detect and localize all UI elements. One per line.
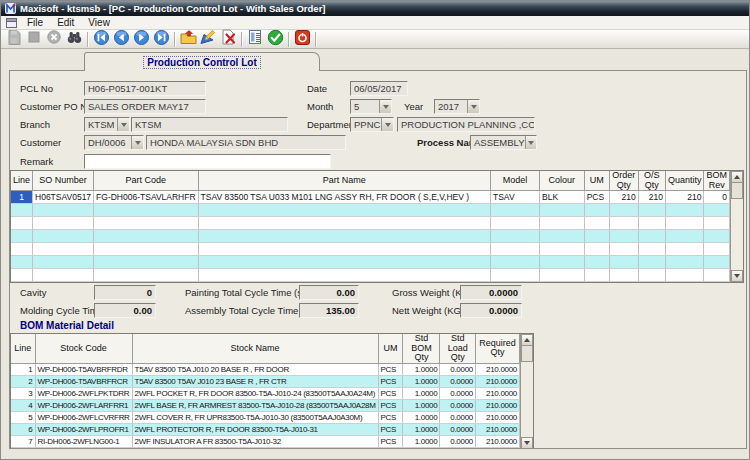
customer-name-field[interactable]: HONDA MALAYSIA SDN BHD bbox=[146, 135, 346, 150]
column-header[interactable]: Required Qty bbox=[475, 334, 519, 363]
next-record-button[interactable] bbox=[131, 30, 151, 48]
branch-name-field[interactable]: KTSM bbox=[131, 117, 288, 132]
delete-button[interactable] bbox=[218, 30, 238, 48]
cancel-button[interactable] bbox=[44, 30, 64, 48]
chevron-down-icon[interactable] bbox=[381, 118, 393, 131]
previous-record-button[interactable] bbox=[111, 30, 131, 48]
column-header[interactable]: SO Number bbox=[33, 171, 94, 191]
column-header[interactable]: Stock Name bbox=[132, 334, 378, 363]
open-folder-button[interactable] bbox=[178, 30, 198, 48]
stop-button[interactable] bbox=[24, 30, 44, 48]
menu-item-edit[interactable]: Edit bbox=[51, 17, 80, 28]
painting-cycle-field[interactable]: 0.00 bbox=[299, 285, 359, 300]
process-name-select[interactable]: ASSEMBLY bbox=[470, 135, 537, 150]
column-header[interactable]: BOM Rev bbox=[704, 171, 730, 191]
table-row[interactable]: 8RI-DH006-2WFLNG00-22WF INSULATOR B FR 8… bbox=[11, 447, 520, 449]
so-grid-body: 1H06TSAV0517FG-DH006-TSAVLARHFRTSAV 8350… bbox=[11, 191, 730, 282]
column-header[interactable]: Line bbox=[11, 334, 35, 363]
so-grid-header-row: LineSO NumberPart CodePart NameModelColo… bbox=[11, 171, 730, 191]
empty-row[interactable] bbox=[11, 243, 730, 256]
department-name-field[interactable]: PRODUCTION PLANNING ,CONTROL bbox=[397, 117, 535, 132]
customer-select[interactable]: DH/0006 bbox=[84, 135, 144, 150]
find-icon bbox=[66, 29, 83, 49]
department-select[interactable]: PPNC bbox=[350, 117, 394, 132]
scroll-thumb[interactable] bbox=[731, 183, 743, 199]
column-header[interactable]: Line bbox=[11, 171, 33, 191]
month-select[interactable]: 5 bbox=[350, 99, 392, 114]
scroll-up-button[interactable] bbox=[731, 171, 743, 183]
last-record-button[interactable] bbox=[151, 30, 171, 48]
empty-row[interactable] bbox=[11, 204, 730, 217]
nett-weight-field[interactable]: 0.0000 bbox=[460, 303, 522, 318]
column-header[interactable]: Order Qty bbox=[610, 171, 639, 191]
assembly-cycle-field[interactable]: 135.00 bbox=[299, 303, 359, 318]
table-row[interactable]: 3WP-DH006-2WFLPKTDRR2WFL POCKET R, FR DO… bbox=[11, 387, 520, 399]
toolbar-separator bbox=[315, 32, 316, 47]
vertical-scrollbar[interactable] bbox=[520, 334, 533, 449]
branch-select[interactable]: KTSM bbox=[84, 117, 130, 132]
table-row[interactable]: 4WP-DH006-2WFLARFRR12WFL BASE R, FR ARMR… bbox=[11, 399, 520, 411]
chevron-down-icon[interactable] bbox=[117, 118, 129, 131]
month-label: Month bbox=[307, 99, 333, 114]
toolbar-separator bbox=[174, 32, 175, 47]
scroll-up-button[interactable] bbox=[521, 334, 533, 346]
first-record-button[interactable] bbox=[91, 30, 111, 48]
column-header[interactable]: O/S Qty bbox=[638, 171, 665, 191]
column-header[interactable]: Quantity bbox=[665, 171, 704, 191]
edit-icon bbox=[200, 29, 217, 49]
table-row[interactable]: 1WP-DH006-T5AVBRFRDRT5AV 83500 T5A J010 … bbox=[11, 363, 520, 375]
report-button[interactable] bbox=[245, 30, 265, 48]
find-button[interactable] bbox=[64, 30, 84, 48]
chevron-down-icon[interactable] bbox=[131, 136, 143, 149]
arrow-down-icon bbox=[734, 274, 740, 278]
vertical-scrollbar[interactable] bbox=[730, 171, 743, 282]
table-row[interactable]: 6WP-DH006-2WFLPROFR12WFL PROTECTOR R, FR… bbox=[11, 423, 520, 435]
toolbar-separator bbox=[288, 32, 289, 47]
date-field[interactable]: 06/05/2017 bbox=[350, 81, 408, 96]
year-select[interactable]: 2017 bbox=[434, 99, 480, 114]
stop-icon bbox=[26, 29, 42, 49]
edit-button[interactable] bbox=[198, 30, 218, 48]
customer-po-field[interactable]: SALES ORDER MAY17 bbox=[84, 99, 206, 114]
scroll-down-button[interactable] bbox=[521, 437, 533, 449]
table-row[interactable]: 5WP-DH006-2WFLCVRFRR2WFL COVER R, FR UPR… bbox=[11, 411, 520, 423]
empty-row[interactable] bbox=[11, 256, 730, 269]
empty-row[interactable] bbox=[11, 217, 730, 230]
column-header[interactable]: Std Load Qty bbox=[440, 334, 476, 363]
column-header[interactable]: Colour bbox=[540, 171, 585, 191]
mdi-child-icon[interactable] bbox=[4, 18, 19, 28]
column-header[interactable]: Std BOM Qty bbox=[403, 334, 440, 363]
scroll-thumb[interactable] bbox=[521, 346, 533, 362]
chevron-down-icon[interactable] bbox=[379, 100, 391, 113]
so-grid-container: LineSO NumberPart CodePart NameModelColo… bbox=[10, 170, 744, 283]
remark-field[interactable] bbox=[84, 154, 331, 169]
cavity-field[interactable]: 0 bbox=[94, 285, 156, 300]
column-header[interactable]: UM bbox=[378, 334, 403, 363]
menu-item-view[interactable]: View bbox=[82, 17, 116, 28]
gross-weight-field[interactable]: 0.0000 bbox=[460, 285, 522, 300]
table-row[interactable]: 2WP-DH006-T5AVBRFRCRT5AV 83500 T5AV J010… bbox=[11, 375, 520, 387]
menu-item-file[interactable]: File bbox=[21, 17, 49, 28]
title-bar: Maxisoft - ktsmsb - [PC - Production Con… bbox=[1, 1, 749, 16]
column-header[interactable]: Model bbox=[490, 171, 539, 191]
empty-row[interactable] bbox=[11, 269, 730, 282]
table-row[interactable]: 1H06TSAV0517FG-DH006-TSAVLARHFRTSAV 8350… bbox=[11, 191, 730, 204]
pcl-no-field[interactable]: H06-P0517-001KT bbox=[84, 81, 206, 96]
table-row[interactable]: 7RI-DH006-2WFLNG00-12WF INSULATOR A FR 8… bbox=[11, 435, 520, 447]
save-button[interactable] bbox=[4, 30, 24, 48]
column-header[interactable]: Stock Code bbox=[35, 334, 132, 363]
window-title: Maxisoft - ktsmsb - [PC - Production Con… bbox=[20, 3, 326, 14]
column-header[interactable]: UM bbox=[584, 171, 609, 191]
chevron-down-icon[interactable] bbox=[525, 136, 537, 149]
empty-row[interactable] bbox=[11, 230, 730, 243]
molding-cycle-field[interactable]: 0.00 bbox=[94, 303, 156, 318]
bom-grid-header-row: LineStock CodeStock NameUMStd BOM QtyStd… bbox=[11, 334, 520, 363]
tab-production-control-lot[interactable]: Production Control Lot bbox=[84, 52, 320, 71]
chevron-down-icon[interactable] bbox=[467, 100, 479, 113]
column-header[interactable]: Part Code bbox=[94, 171, 199, 191]
exit-button[interactable] bbox=[292, 30, 312, 48]
scroll-down-button[interactable] bbox=[731, 270, 743, 282]
toolbar-separator bbox=[87, 32, 88, 47]
ok-button[interactable] bbox=[265, 30, 285, 48]
column-header[interactable]: Part Name bbox=[198, 171, 490, 191]
